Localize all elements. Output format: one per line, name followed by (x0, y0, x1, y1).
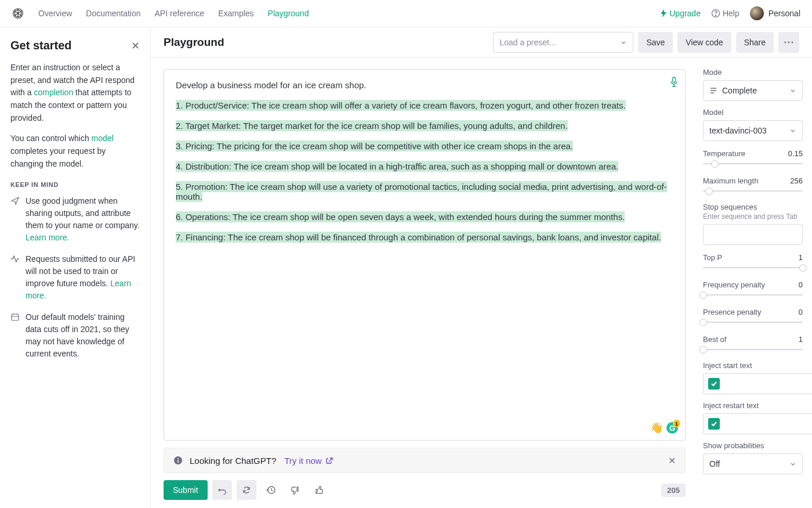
refresh-icon (242, 485, 251, 495)
nav-links: Overview Documentation API reference Exa… (38, 9, 309, 18)
token-count: 205 (661, 484, 686, 497)
submit-button[interactable]: Submit (164, 480, 208, 500)
dismiss-banner-icon[interactable]: ✕ (668, 455, 676, 466)
frequency-penalty-slider[interactable] (703, 290, 803, 300)
page-header: Playground Load a preset... Save View co… (151, 27, 812, 57)
show-probabilities-select[interactable]: Off (703, 453, 803, 474)
grammarly-icon[interactable]: G1 (666, 422, 678, 434)
bolt-icon (660, 9, 667, 17)
thumbs-up-icon (315, 486, 324, 495)
inject-restart-input[interactable] (724, 413, 812, 434)
share-button[interactable]: Share (736, 32, 774, 53)
nav-documentation[interactable]: Documentation (86, 9, 140, 18)
wave-emoji-icon: 👋 (650, 421, 663, 434)
model-label: Model (703, 108, 803, 117)
completion-line: 4. Distribution: The ice cream shop will… (176, 161, 673, 171)
chatgpt-banner: Looking for ChatGPT? Try it now ✕ (164, 448, 686, 473)
chatgpt-banner-text: Looking for ChatGPT? (190, 456, 276, 466)
top-nav: Overview Documentation API reference Exa… (0, 0, 812, 27)
upgrade-link[interactable]: Upgrade (660, 9, 701, 18)
completion-line: 6. Operations: The ice cream shop will b… (176, 212, 673, 222)
sidebar-intro-2: You can control which model completes yo… (10, 132, 140, 170)
inject-start-checkbox[interactable] (708, 378, 720, 390)
completion-link[interactable]: completion (34, 88, 73, 97)
nav-examples[interactable]: Examples (218, 9, 253, 18)
stop-label: Stop sequences (703, 203, 803, 211)
thumbs-up-button[interactable] (310, 480, 329, 500)
mode-icon (709, 87, 717, 95)
more-horizontal-icon (784, 41, 793, 44)
account-menu[interactable]: Personal (750, 6, 800, 20)
learn-more-link[interactable]: Learn more. (26, 233, 69, 242)
tip-training: Requests submitted to our API will not b… (10, 253, 140, 302)
history-icon (266, 485, 276, 495)
svg-rect-9 (177, 460, 179, 463)
inject-start-label: Inject start text (703, 361, 803, 370)
page-title: Playground (164, 36, 224, 49)
chevron-down-icon (789, 87, 796, 94)
inject-start-input[interactable] (724, 373, 812, 394)
nav-playground[interactable]: Playground (268, 9, 309, 18)
completion-line: 7. Financing: The ice cream shop will be… (176, 232, 673, 242)
undo-icon (217, 485, 227, 495)
svg-rect-3 (12, 314, 19, 320)
openai-logo-icon (12, 7, 24, 20)
thumbs-down-icon (291, 486, 299, 495)
model-link[interactable]: model (92, 134, 114, 143)
svg-point-6 (792, 41, 793, 43)
prompt-text: Develop a business model for an ice crea… (176, 80, 673, 90)
save-button[interactable]: Save (638, 32, 673, 53)
view-code-button[interactable]: View code (677, 32, 731, 53)
model-select[interactable]: text-davinci-003 (703, 120, 803, 141)
mode-label: Mode (703, 68, 803, 77)
max-length-slider[interactable] (703, 186, 803, 196)
parameters-panel: Mode Complete Model text-davinci-003 Tem… (698, 57, 812, 508)
info-icon (173, 456, 183, 465)
send-icon (10, 196, 20, 244)
sidebar-title: Get started (10, 39, 72, 52)
completion-line: 3. Pricing: The pricing for the ice crea… (176, 141, 673, 151)
preset-select[interactable]: Load a preset... (493, 32, 633, 53)
svg-point-10 (177, 458, 179, 459)
completion-line: 1. Product/Service: The ice cream shop w… (176, 100, 673, 110)
undo-button[interactable] (212, 480, 232, 500)
presence-penalty-slider[interactable] (703, 318, 803, 327)
mode-select[interactable]: Complete (703, 80, 803, 101)
best-of-slider[interactable] (703, 345, 803, 354)
sidebar-intro-1: Enter an instruction or select a preset,… (10, 62, 140, 124)
temperature-slider[interactable] (703, 159, 803, 168)
svg-point-5 (788, 41, 790, 43)
inject-restart-checkbox[interactable] (708, 418, 720, 430)
thumbs-down-button[interactable] (285, 480, 305, 500)
tip-attribution: Use good judgment when sharing outputs, … (10, 195, 140, 244)
try-chatgpt-link[interactable]: Try it now (284, 456, 332, 466)
keep-in-mind-heading: KEEP IN MIND (10, 181, 140, 188)
top-p-slider[interactable] (703, 263, 803, 272)
completion-line: 2. Target Market: The target market for … (176, 121, 673, 131)
tip-cutoff: Our default models' training data cuts o… (10, 311, 140, 360)
activity-icon (10, 254, 20, 302)
stop-sequences-input[interactable] (703, 224, 803, 245)
calendar-icon (10, 312, 20, 360)
external-link-icon (325, 457, 333, 464)
inject-restart-label: Inject restart text (703, 401, 803, 410)
regenerate-button[interactable] (237, 480, 256, 500)
chevron-down-icon (789, 127, 796, 134)
more-button[interactable] (778, 32, 799, 53)
microphone-icon[interactable] (670, 77, 678, 87)
avatar (750, 6, 764, 20)
prompt-editor[interactable]: Develop a business model for an ice crea… (164, 69, 686, 441)
history-button[interactable] (261, 480, 281, 500)
nav-overview[interactable]: Overview (38, 9, 72, 18)
show-probabilities-label: Show probabilities (703, 441, 803, 450)
chevron-down-icon (789, 460, 796, 467)
completion-line: 5. Promotion: The ice cream shop will us… (176, 182, 673, 201)
help-link[interactable]: Help (711, 9, 740, 18)
nav-api-reference[interactable]: API reference (155, 9, 205, 18)
sidebar: Get started ✕ Enter an instruction or se… (0, 27, 151, 508)
svg-point-4 (785, 41, 786, 43)
chevron-down-icon (620, 39, 627, 46)
close-icon[interactable]: ✕ (131, 39, 140, 52)
svg-rect-7 (673, 77, 676, 82)
svg-point-2 (715, 15, 716, 16)
